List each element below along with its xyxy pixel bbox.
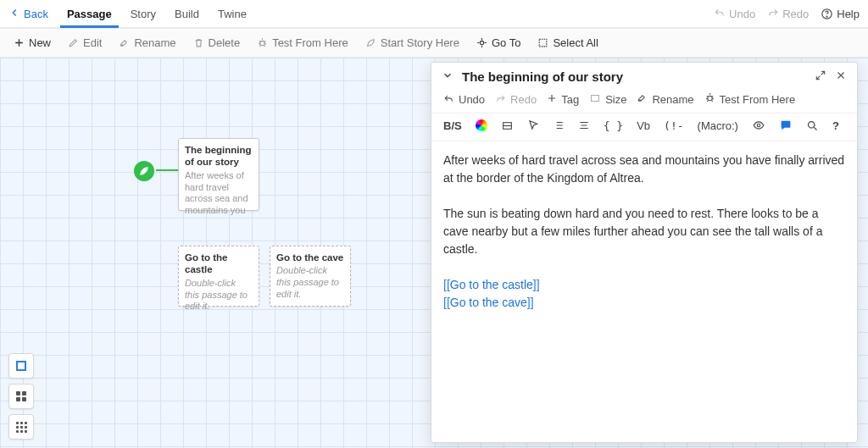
bug-icon [257, 37, 268, 48]
passage-node-cave[interactable]: Go to the cave Double-click this passage… [270, 246, 351, 307]
editor-undo-button[interactable]: Undo [443, 93, 485, 106]
editor-test-button[interactable]: Test From Here [704, 92, 796, 106]
editor-redo-button[interactable]: Redo [495, 93, 537, 106]
test-from-here-button[interactable]: Test From Here [252, 32, 353, 53]
fmt-list[interactable] [553, 119, 565, 131]
svg-point-9 [757, 124, 760, 127]
new-button[interactable]: New [8, 32, 56, 53]
top-tab-bar: Back Passage Story Build Twine Undo Redo… [0, 0, 868, 29]
rename-button[interactable]: Rename [114, 32, 181, 53]
rocket-icon [138, 165, 150, 177]
close-button[interactable] [835, 69, 847, 84]
story-canvas[interactable]: The beginning of our story After weeks o… [0, 58, 868, 448]
grid9-icon [16, 422, 27, 433]
start-story-here-button[interactable]: Start Story Here [360, 32, 465, 53]
fmt-vb[interactable]: Vb [637, 119, 650, 132]
tab-build[interactable]: Build [168, 2, 206, 26]
chevron-down-icon [442, 69, 453, 81]
svg-point-7 [707, 96, 711, 100]
editor-rename-button[interactable]: Rename [637, 92, 693, 106]
fmt-borders[interactable] [501, 120, 514, 131]
square-icon [16, 361, 26, 371]
list-icon [553, 119, 565, 131]
edit-label: Edit [83, 36, 102, 49]
fmt-braces[interactable]: { } [604, 119, 623, 132]
trash-icon [193, 37, 204, 48]
size-icon [589, 93, 601, 106]
help-button[interactable]: Help [821, 8, 860, 20]
svg-rect-6 [592, 95, 599, 101]
collapse-button[interactable] [442, 69, 453, 84]
expand-button[interactable] [815, 69, 826, 84]
fmt-rclick[interactable] [527, 119, 539, 131]
node-body: After weeks of hard travel across sea an… [185, 170, 253, 217]
zoom-large-button[interactable] [8, 353, 34, 379]
node-body: Double-click this passage to edit it. [276, 265, 344, 300]
eye-icon [752, 119, 765, 131]
start-marker[interactable] [134, 161, 154, 181]
node-title: Go to the cave [276, 252, 344, 263]
editor-actions-toolbar: Undo Redo Tag Size Rename [431, 89, 857, 113]
passage-node-start[interactable]: The beginning of our story After weeks o… [178, 138, 259, 211]
edit-button[interactable]: Edit [63, 32, 107, 53]
select-all-label: Select All [553, 36, 598, 49]
link-line-2: [[Go to the cave]] [443, 294, 845, 312]
editor-tag-button[interactable]: Tag [547, 93, 579, 106]
border-icon [501, 120, 514, 131]
tab-story[interactable]: Story [124, 2, 163, 26]
editor-size-button[interactable]: Size [589, 93, 626, 106]
help-icon [821, 8, 833, 20]
link-line-1: [[Go to the castle]] [443, 276, 845, 294]
svg-point-3 [480, 41, 483, 44]
fmt-comment[interactable] [779, 119, 793, 132]
rename-label: Rename [652, 93, 693, 106]
global-undo-button[interactable]: Undo [714, 8, 755, 20]
passage-toolbar: New Edit Rename Delete Test From Here St… [0, 29, 868, 58]
fmt-search[interactable] [806, 119, 819, 132]
passage-editor-panel: The beginning of our story Undo Redo [431, 62, 858, 443]
fmt-help[interactable]: ? [832, 119, 839, 132]
editor-textarea[interactable]: After weeks of hard travel across sea an… [431, 141, 857, 442]
help-label: Help [837, 8, 860, 20]
close-icon [835, 69, 847, 81]
fmt-paren-bang[interactable]: (!- [664, 119, 683, 132]
delete-button[interactable]: Delete [188, 32, 246, 53]
svg-point-1 [826, 16, 827, 17]
back-button[interactable]: Back [8, 7, 48, 21]
passage-node-castle[interactable]: Go to the castle Double-click this passa… [178, 246, 259, 307]
plus-icon [14, 37, 25, 48]
undo-icon [443, 94, 454, 105]
fmt-bold-strike[interactable]: B/S [443, 119, 462, 132]
zoom-medium-button[interactable] [8, 384, 34, 409]
zoom-palette [8, 353, 34, 440]
canvas-wrap: The beginning of our story After weeks o… [0, 58, 868, 448]
rainbow-icon [476, 119, 487, 131]
zoom-small-button[interactable] [8, 414, 34, 440]
fmt-color[interactable] [476, 119, 487, 131]
grid4-icon [16, 391, 26, 401]
svg-rect-4 [540, 39, 548, 47]
undo-label: Undo [459, 93, 485, 106]
delete-label: Delete [209, 36, 241, 49]
size-label: Size [605, 93, 626, 106]
node-title: The beginning of our story [185, 144, 253, 169]
bug-icon [704, 92, 715, 106]
rename-icon [637, 92, 648, 106]
editor-title: The beginning of our story [462, 69, 623, 84]
rename-icon [119, 37, 130, 48]
start-label: Start Story Here [381, 36, 459, 49]
format-toolbar: B/S { } Vb (!- (Macro:) ? [431, 113, 857, 141]
select-all-button[interactable]: Select All [532, 32, 603, 53]
speech-icon [779, 119, 793, 132]
svg-point-2 [260, 41, 264, 45]
go-to-button[interactable]: Go To [471, 32, 526, 53]
tab-passage[interactable]: Passage [60, 2, 119, 28]
global-redo-button[interactable]: Redo [767, 8, 809, 20]
goto-label: Go To [492, 36, 520, 49]
fmt-align[interactable] [578, 119, 590, 131]
fmt-eye[interactable] [752, 119, 765, 131]
tab-twine[interactable]: Twine [211, 2, 253, 26]
fmt-macro[interactable]: (Macro:) [698, 119, 738, 132]
rocket-icon [365, 37, 376, 48]
node-body: Double-click this passage to edit it. [185, 278, 253, 312]
